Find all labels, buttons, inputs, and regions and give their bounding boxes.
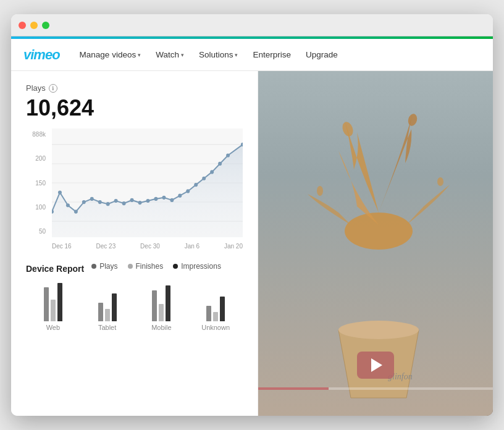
legend-plays: Plays xyxy=(91,262,117,271)
nav-watch[interactable]: Watch ▾ xyxy=(156,50,184,59)
device-group-web: Web xyxy=(32,281,75,331)
bar-tablet-plays xyxy=(98,303,103,321)
svg-point-20 xyxy=(170,198,174,202)
maximize-button[interactable] xyxy=(42,22,49,29)
bar-group-tablet xyxy=(98,281,117,321)
svg-point-26 xyxy=(218,162,222,166)
svg-point-6 xyxy=(58,190,62,194)
browser-window: vimeo Manage videos ▾ Watch ▾ Solutions … xyxy=(11,14,493,416)
bar-mobile-finishes xyxy=(159,304,164,321)
legend-dot-finishes xyxy=(128,264,133,269)
svg-point-11 xyxy=(98,200,102,204)
svg-point-21 xyxy=(178,194,182,198)
device-label-unknown: Unknown xyxy=(201,324,230,331)
svg-point-15 xyxy=(130,198,134,202)
svg-point-35 xyxy=(437,177,443,186)
bar-group-web xyxy=(44,281,62,321)
svg-point-16 xyxy=(138,201,142,204)
nav-bar: vimeo Manage videos ▾ Watch ▾ Solutions … xyxy=(11,39,493,71)
device-bars: Web Tablet xyxy=(26,288,243,344)
chart-x-labels: Dec 16 Dec 23 Dec 30 Jan 6 Jan 20 xyxy=(52,240,243,252)
svg-point-13 xyxy=(114,199,118,203)
svg-point-17 xyxy=(146,199,150,203)
device-label-tablet: Tablet xyxy=(98,324,116,331)
x-label-jan6: Jan 6 xyxy=(185,243,200,250)
svg-point-23 xyxy=(194,183,198,187)
device-report-title: Device Report xyxy=(26,264,84,274)
legend-dot-plays xyxy=(91,264,96,269)
plays-label: Plays ℹ xyxy=(26,83,243,93)
bar-group-mobile xyxy=(152,281,170,321)
nav-manage-videos[interactable]: Manage videos ▾ xyxy=(80,50,141,59)
main-content: Plays ℹ 10,624 888k 200 150 100 50 xyxy=(11,71,493,416)
bar-unknown-finishes xyxy=(213,312,218,321)
chart-y-labels: 888k 200 150 100 50 xyxy=(26,129,49,237)
legend-dot-impressions xyxy=(173,264,178,269)
line-chart-svg xyxy=(52,129,243,237)
bar-web-finishes xyxy=(51,300,56,321)
svg-point-31 xyxy=(345,213,413,250)
x-label-dec23: Dec 23 xyxy=(96,243,116,250)
nav-upgrade[interactable]: Upgrade xyxy=(306,50,338,59)
bar-group-unknown xyxy=(206,281,225,321)
video-panel: glinfon xyxy=(258,71,493,416)
plays-count: 10,624 xyxy=(26,95,243,121)
minimize-button[interactable] xyxy=(30,22,38,29)
legend-finishes: Finishes xyxy=(128,262,164,271)
svg-point-22 xyxy=(186,189,190,193)
svg-point-27 xyxy=(226,153,230,157)
svg-point-14 xyxy=(122,201,126,205)
close-button[interactable] xyxy=(19,22,26,29)
browser-chrome xyxy=(11,14,493,36)
chart-container: 888k 200 150 100 50 xyxy=(26,129,243,252)
svg-point-25 xyxy=(210,170,214,174)
progress-bar-fill xyxy=(258,387,329,390)
play-triangle-icon xyxy=(371,358,382,372)
svg-point-24 xyxy=(202,177,206,180)
nav-solutions[interactable]: Solutions ▾ xyxy=(199,50,238,59)
svg-point-8 xyxy=(74,209,78,213)
svg-point-19 xyxy=(162,196,166,200)
svg-point-9 xyxy=(82,200,86,204)
x-label-dec16: Dec 16 xyxy=(52,243,72,250)
y-label-50: 50 xyxy=(26,228,49,235)
chart-area xyxy=(52,129,243,237)
bar-mobile-plays xyxy=(152,290,157,321)
svg-point-12 xyxy=(106,202,110,206)
x-label-dec30: Dec 30 xyxy=(140,243,160,250)
bar-tablet-impressions xyxy=(112,293,117,321)
device-label-web: Web xyxy=(46,324,60,331)
nav-enterprise[interactable]: Enterprise xyxy=(253,50,291,59)
svg-point-18 xyxy=(154,197,158,201)
chevron-down-icon: ▾ xyxy=(138,52,141,58)
chevron-down-icon: ▾ xyxy=(235,52,238,58)
bar-web-plays xyxy=(44,287,49,321)
y-label-200: 200 xyxy=(26,155,49,162)
bar-unknown-plays xyxy=(206,306,211,321)
chevron-down-icon: ▾ xyxy=(181,52,184,58)
svg-point-34 xyxy=(317,186,323,196)
video-thumbnail: glinfon xyxy=(258,71,493,416)
y-label-888k: 888k xyxy=(26,131,49,138)
x-label-jan20: Jan 20 xyxy=(224,243,243,250)
svg-point-10 xyxy=(90,197,94,201)
play-button[interactable] xyxy=(357,352,394,379)
progress-bar-container[interactable] xyxy=(258,387,493,390)
analytics-panel: Plays ℹ 10,624 888k 200 150 100 50 xyxy=(11,71,258,416)
vimeo-logo[interactable]: vimeo xyxy=(23,47,60,63)
y-label-150: 150 xyxy=(26,180,49,187)
svg-point-30 xyxy=(338,321,419,339)
bar-unknown-impressions xyxy=(220,297,225,321)
svg-point-7 xyxy=(66,203,70,207)
bar-mobile-impressions xyxy=(166,285,170,321)
bar-tablet-finishes xyxy=(105,309,110,321)
device-label-mobile: Mobile xyxy=(151,324,171,331)
bar-web-impressions xyxy=(57,283,62,321)
device-report-header: Device Report Plays Finishes Impressions xyxy=(26,262,243,280)
device-legend: Plays Finishes Impressions xyxy=(91,262,221,271)
device-group-unknown: Unknown xyxy=(194,281,237,331)
device-group-mobile: Mobile xyxy=(140,281,183,331)
info-icon[interactable]: ℹ xyxy=(49,84,57,93)
legend-impressions: Impressions xyxy=(173,262,221,271)
device-group-tablet: Tablet xyxy=(86,281,129,331)
